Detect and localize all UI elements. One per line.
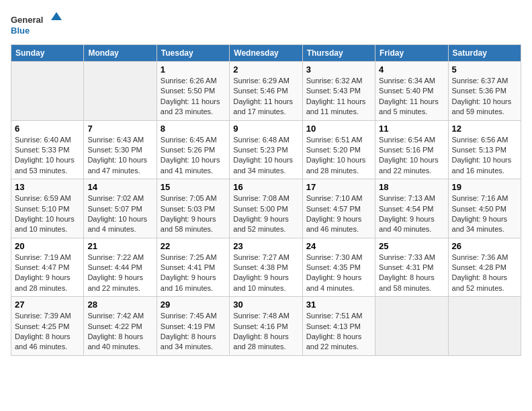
day-of-week-header: Tuesday	[157, 45, 229, 62]
day-info: Sunrise: 7:48 AMSunset: 4:16 PMDaylight:…	[233, 311, 298, 353]
day-of-week-header: Monday	[84, 45, 157, 62]
day-number: 3	[306, 64, 371, 75]
calendar-cell: 12Sunrise: 6:56 AMSunset: 5:13 PMDayligh…	[448, 120, 521, 179]
day-number: 6	[15, 124, 80, 134]
calendar-cell: 18Sunrise: 7:13 AMSunset: 4:54 PMDayligh…	[375, 179, 448, 238]
day-info: Sunrise: 6:51 AMSunset: 5:20 PMDaylight:…	[306, 135, 371, 177]
calendar-week-row: 20Sunrise: 7:19 AMSunset: 4:47 PMDayligh…	[11, 238, 521, 297]
calendar-cell: 15Sunrise: 7:05 AMSunset: 5:03 PMDayligh…	[157, 179, 229, 238]
calendar-cell: 25Sunrise: 7:33 AMSunset: 4:31 PMDayligh…	[375, 238, 448, 297]
day-number: 26	[452, 241, 517, 251]
day-number: 11	[379, 124, 444, 134]
calendar-cell: 2Sunrise: 6:29 AMSunset: 5:46 PMDaylight…	[230, 62, 302, 121]
day-info: Sunrise: 7:42 AMSunset: 4:22 PMDaylight:…	[87, 311, 152, 353]
calendar-cell: 16Sunrise: 7:08 AMSunset: 5:00 PMDayligh…	[230, 179, 302, 238]
calendar-cell: 9Sunrise: 6:48 AMSunset: 5:23 PMDaylight…	[230, 120, 302, 179]
day-number: 21	[87, 241, 152, 251]
calendar-cell	[448, 297, 521, 356]
day-number: 23	[233, 241, 298, 251]
day-number: 2	[233, 64, 298, 75]
calendar-cell: 19Sunrise: 7:16 AMSunset: 4:50 PMDayligh…	[448, 179, 521, 238]
day-info: Sunrise: 7:19 AMSunset: 4:47 PMDaylight:…	[15, 253, 80, 294]
day-info: Sunrise: 7:39 AMSunset: 4:25 PMDaylight:…	[15, 311, 80, 353]
calendar-cell: 7Sunrise: 6:43 AMSunset: 5:30 PMDaylight…	[84, 120, 157, 179]
day-info: Sunrise: 6:26 AMSunset: 5:50 PMDaylight:…	[161, 76, 226, 118]
day-info: Sunrise: 6:45 AMSunset: 5:26 PMDaylight:…	[161, 135, 226, 177]
day-info: Sunrise: 6:37 AMSunset: 5:36 PMDaylight:…	[452, 76, 517, 118]
day-info: Sunrise: 7:25 AMSunset: 4:41 PMDaylight:…	[161, 253, 226, 294]
logo-icon: General Blue	[11, 11, 64, 38]
day-number: 7	[87, 124, 152, 134]
calendar-cell: 10Sunrise: 6:51 AMSunset: 5:20 PMDayligh…	[302, 120, 375, 179]
calendar-header-row: SundayMondayTuesdayWednesdayThursdayFrid…	[11, 45, 521, 62]
day-info: Sunrise: 7:30 AMSunset: 4:35 PMDaylight:…	[306, 253, 371, 294]
calendar-cell	[375, 297, 448, 356]
day-number: 25	[379, 241, 444, 251]
day-info: Sunrise: 7:22 AMSunset: 4:44 PMDaylight:…	[87, 253, 152, 294]
day-number: 20	[15, 241, 80, 251]
day-number: 9	[233, 124, 298, 134]
calendar-cell: 24Sunrise: 7:30 AMSunset: 4:35 PMDayligh…	[302, 238, 375, 297]
calendar-cell: 21Sunrise: 7:22 AMSunset: 4:44 PMDayligh…	[84, 238, 157, 297]
calendar-week-row: 27Sunrise: 7:39 AMSunset: 4:25 PMDayligh…	[11, 297, 521, 356]
day-info: Sunrise: 7:02 AMSunset: 5:07 PMDaylight:…	[87, 193, 152, 235]
calendar-cell: 22Sunrise: 7:25 AMSunset: 4:41 PMDayligh…	[157, 238, 229, 297]
day-info: Sunrise: 6:40 AMSunset: 5:33 PMDaylight:…	[15, 135, 80, 177]
day-of-week-header: Thursday	[302, 45, 375, 62]
day-number: 16	[233, 182, 298, 192]
calendar-cell: 4Sunrise: 6:34 AMSunset: 5:40 PMDaylight…	[375, 62, 448, 121]
calendar-cell: 20Sunrise: 7:19 AMSunset: 4:47 PMDayligh…	[11, 238, 84, 297]
logo: General Blue	[11, 11, 64, 38]
calendar-week-row: 1Sunrise: 6:26 AMSunset: 5:50 PMDaylight…	[11, 62, 521, 121]
calendar-cell	[84, 62, 157, 121]
day-info: Sunrise: 7:13 AMSunset: 4:54 PMDaylight:…	[379, 193, 444, 235]
day-info: Sunrise: 7:16 AMSunset: 4:50 PMDaylight:…	[452, 193, 517, 235]
day-of-week-header: Friday	[375, 45, 448, 62]
calendar-cell: 26Sunrise: 7:36 AMSunset: 4:28 PMDayligh…	[448, 238, 521, 297]
day-info: Sunrise: 6:59 AMSunset: 5:10 PMDaylight:…	[15, 193, 80, 235]
day-info: Sunrise: 6:32 AMSunset: 5:43 PMDaylight:…	[306, 76, 371, 118]
svg-text:Blue: Blue	[11, 26, 30, 36]
day-number: 22	[161, 241, 226, 251]
day-number: 4	[379, 64, 444, 75]
svg-text:General: General	[11, 15, 43, 25]
svg-marker-1	[51, 12, 62, 20]
day-number: 10	[306, 124, 371, 134]
calendar-cell: 11Sunrise: 6:54 AMSunset: 5:16 PMDayligh…	[375, 120, 448, 179]
day-number: 1	[161, 64, 226, 75]
day-number: 27	[15, 300, 80, 310]
calendar-cell: 30Sunrise: 7:48 AMSunset: 4:16 PMDayligh…	[230, 297, 302, 356]
day-of-week-header: Saturday	[448, 45, 521, 62]
day-info: Sunrise: 7:45 AMSunset: 4:19 PMDaylight:…	[161, 311, 226, 353]
calendar-week-row: 13Sunrise: 6:59 AMSunset: 5:10 PMDayligh…	[11, 179, 521, 238]
calendar-cell: 13Sunrise: 6:59 AMSunset: 5:10 PMDayligh…	[11, 179, 84, 238]
day-number: 8	[161, 124, 226, 134]
page-header: General Blue	[11, 11, 521, 38]
day-info: Sunrise: 7:27 AMSunset: 4:38 PMDaylight:…	[233, 253, 298, 294]
day-number: 24	[306, 241, 371, 251]
day-number: 31	[306, 300, 371, 310]
calendar-cell: 5Sunrise: 6:37 AMSunset: 5:36 PMDaylight…	[448, 62, 521, 121]
day-number: 13	[15, 182, 80, 192]
calendar-cell: 6Sunrise: 6:40 AMSunset: 5:33 PMDaylight…	[11, 120, 84, 179]
day-info: Sunrise: 6:43 AMSunset: 5:30 PMDaylight:…	[87, 135, 152, 177]
day-info: Sunrise: 7:51 AMSunset: 4:13 PMDaylight:…	[306, 311, 371, 353]
day-info: Sunrise: 7:33 AMSunset: 4:31 PMDaylight:…	[379, 253, 444, 294]
day-info: Sunrise: 6:56 AMSunset: 5:13 PMDaylight:…	[452, 135, 517, 177]
day-number: 18	[379, 182, 444, 192]
day-number: 30	[233, 300, 298, 310]
calendar-cell: 14Sunrise: 7:02 AMSunset: 5:07 PMDayligh…	[84, 179, 157, 238]
day-number: 17	[306, 182, 371, 192]
day-number: 19	[452, 182, 517, 192]
day-number: 14	[87, 182, 152, 192]
day-number: 12	[452, 124, 517, 134]
day-info: Sunrise: 7:10 AMSunset: 4:57 PMDaylight:…	[306, 193, 371, 235]
calendar-cell: 31Sunrise: 7:51 AMSunset: 4:13 PMDayligh…	[302, 297, 375, 356]
day-number: 15	[161, 182, 226, 192]
day-info: Sunrise: 6:54 AMSunset: 5:16 PMDaylight:…	[379, 135, 444, 177]
day-info: Sunrise: 6:48 AMSunset: 5:23 PMDaylight:…	[233, 135, 298, 177]
calendar-week-row: 6Sunrise: 6:40 AMSunset: 5:33 PMDaylight…	[11, 120, 521, 179]
day-info: Sunrise: 7:08 AMSunset: 5:00 PMDaylight:…	[233, 193, 298, 235]
day-number: 29	[161, 300, 226, 310]
day-info: Sunrise: 7:36 AMSunset: 4:28 PMDaylight:…	[452, 253, 517, 294]
